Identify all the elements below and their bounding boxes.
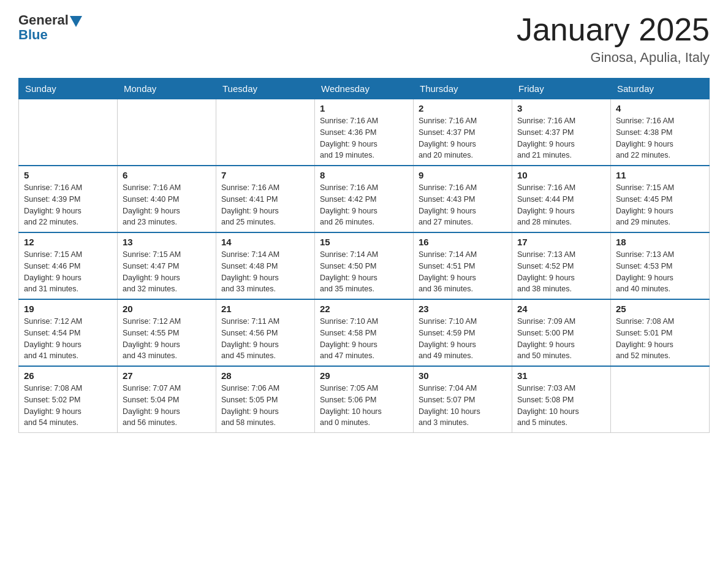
weekday-header-friday: Friday (512, 79, 611, 99)
day-info: Sunrise: 7:09 AMSunset: 5:00 PMDaylight:… (517, 316, 605, 362)
day-number: 24 (517, 304, 605, 314)
day-info: Sunrise: 7:13 AMSunset: 4:52 PMDaylight:… (517, 249, 605, 295)
calendar-cell (216, 99, 315, 166)
day-number: 21 (221, 304, 309, 314)
day-number: 4 (616, 103, 704, 113)
weekday-header-wednesday: Wednesday (315, 79, 414, 99)
day-number: 7 (221, 170, 309, 180)
day-info: Sunrise: 7:16 AMSunset: 4:43 PMDaylight:… (419, 182, 507, 228)
calendar-cell: 20Sunrise: 7:12 AMSunset: 4:55 PMDayligh… (118, 299, 216, 366)
day-number: 3 (517, 103, 605, 113)
day-number: 20 (123, 304, 211, 314)
day-info: Sunrise: 7:07 AMSunset: 5:04 PMDaylight:… (123, 383, 211, 429)
calendar-cell: 29Sunrise: 7:05 AMSunset: 5:06 PMDayligh… (315, 366, 414, 433)
day-info: Sunrise: 7:13 AMSunset: 4:53 PMDaylight:… (616, 249, 704, 295)
weekday-header-thursday: Thursday (414, 79, 512, 99)
day-number: 22 (320, 304, 408, 314)
day-info: Sunrise: 7:15 AMSunset: 4:46 PMDaylight:… (24, 249, 112, 295)
calendar-cell: 2Sunrise: 7:16 AMSunset: 4:37 PMDaylight… (414, 99, 512, 166)
day-info: Sunrise: 7:08 AMSunset: 5:02 PMDaylight:… (24, 383, 112, 429)
weekday-header-monday: Monday (118, 79, 216, 99)
calendar-cell: 27Sunrise: 7:07 AMSunset: 5:04 PMDayligh… (118, 366, 216, 433)
calendar-cell: 19Sunrise: 7:12 AMSunset: 4:54 PMDayligh… (19, 299, 118, 366)
weekday-header-tuesday: Tuesday (216, 79, 315, 99)
calendar-cell: 10Sunrise: 7:16 AMSunset: 4:44 PMDayligh… (512, 166, 611, 232)
calendar-cell: 28Sunrise: 7:06 AMSunset: 5:05 PMDayligh… (216, 366, 315, 433)
calendar-cell: 25Sunrise: 7:08 AMSunset: 5:01 PMDayligh… (611, 299, 710, 366)
calendar-cell (611, 366, 710, 433)
day-info: Sunrise: 7:11 AMSunset: 4:56 PMDaylight:… (221, 316, 309, 362)
day-number: 29 (320, 370, 408, 381)
calendar-week-row: 5Sunrise: 7:16 AMSunset: 4:39 PMDaylight… (19, 166, 710, 232)
day-number: 1 (320, 103, 408, 113)
calendar-week-row: 12Sunrise: 7:15 AMSunset: 4:46 PMDayligh… (19, 232, 710, 299)
logo: General Blue (18, 12, 82, 43)
calendar-cell: 17Sunrise: 7:13 AMSunset: 4:52 PMDayligh… (512, 232, 611, 299)
day-number: 13 (123, 237, 211, 247)
calendar-cell: 1Sunrise: 7:16 AMSunset: 4:36 PMDaylight… (315, 99, 414, 166)
calendar-cell: 21Sunrise: 7:11 AMSunset: 4:56 PMDayligh… (216, 299, 315, 366)
day-number: 15 (320, 237, 408, 247)
day-number: 18 (616, 237, 704, 247)
logo-blue-text: Blue (18, 27, 48, 43)
day-info: Sunrise: 7:10 AMSunset: 4:59 PMDaylight:… (419, 316, 507, 362)
day-number: 9 (419, 170, 507, 180)
day-number: 17 (517, 237, 605, 247)
calendar-cell: 7Sunrise: 7:16 AMSunset: 4:41 PMDaylight… (216, 166, 315, 232)
day-info: Sunrise: 7:16 AMSunset: 4:36 PMDaylight:… (320, 115, 408, 161)
calendar-cell: 24Sunrise: 7:09 AMSunset: 5:00 PMDayligh… (512, 299, 611, 366)
calendar-cell (118, 99, 216, 166)
day-number: 16 (419, 237, 507, 247)
day-info: Sunrise: 7:10 AMSunset: 4:58 PMDaylight:… (320, 316, 408, 362)
day-number: 25 (616, 304, 704, 314)
day-info: Sunrise: 7:16 AMSunset: 4:37 PMDaylight:… (419, 115, 507, 161)
day-number: 6 (123, 170, 211, 180)
day-number: 19 (24, 304, 112, 314)
day-number: 5 (24, 170, 112, 180)
day-number: 11 (616, 170, 704, 180)
day-info: Sunrise: 7:14 AMSunset: 4:48 PMDaylight:… (221, 249, 309, 295)
calendar-cell: 22Sunrise: 7:10 AMSunset: 4:58 PMDayligh… (315, 299, 414, 366)
calendar-cell: 14Sunrise: 7:14 AMSunset: 4:48 PMDayligh… (216, 232, 315, 299)
day-number: 8 (320, 170, 408, 180)
day-info: Sunrise: 7:12 AMSunset: 4:55 PMDaylight:… (123, 316, 211, 362)
calendar-cell: 8Sunrise: 7:16 AMSunset: 4:42 PMDaylight… (315, 166, 414, 232)
day-info: Sunrise: 7:14 AMSunset: 4:51 PMDaylight:… (419, 249, 507, 295)
calendar-cell: 12Sunrise: 7:15 AMSunset: 4:46 PMDayligh… (19, 232, 118, 299)
calendar-cell (19, 99, 118, 166)
calendar-cell: 26Sunrise: 7:08 AMSunset: 5:02 PMDayligh… (19, 366, 118, 433)
day-info: Sunrise: 7:16 AMSunset: 4:39 PMDaylight:… (24, 182, 112, 228)
logo-triangle-icon (70, 16, 82, 27)
day-number: 30 (419, 370, 507, 381)
calendar-cell: 9Sunrise: 7:16 AMSunset: 4:43 PMDaylight… (414, 166, 512, 232)
day-number: 26 (24, 370, 112, 381)
day-info: Sunrise: 7:06 AMSunset: 5:05 PMDaylight:… (221, 383, 309, 429)
day-info: Sunrise: 7:14 AMSunset: 4:50 PMDaylight:… (320, 249, 408, 295)
day-info: Sunrise: 7:16 AMSunset: 4:38 PMDaylight:… (616, 115, 704, 161)
weekday-header-row: SundayMondayTuesdayWednesdayThursdayFrid… (19, 79, 710, 99)
day-number: 23 (419, 304, 507, 314)
day-number: 28 (221, 370, 309, 381)
day-info: Sunrise: 7:16 AMSunset: 4:37 PMDaylight:… (517, 115, 605, 161)
calendar-cell: 18Sunrise: 7:13 AMSunset: 4:53 PMDayligh… (611, 232, 710, 299)
day-info: Sunrise: 7:15 AMSunset: 4:47 PMDaylight:… (123, 249, 211, 295)
calendar-cell: 4Sunrise: 7:16 AMSunset: 4:38 PMDaylight… (611, 99, 710, 166)
calendar-cell: 6Sunrise: 7:16 AMSunset: 4:40 PMDaylight… (118, 166, 216, 232)
day-number: 27 (123, 370, 211, 381)
calendar-cell: 13Sunrise: 7:15 AMSunset: 4:47 PMDayligh… (118, 232, 216, 299)
calendar-cell: 23Sunrise: 7:10 AMSunset: 4:59 PMDayligh… (414, 299, 512, 366)
day-info: Sunrise: 7:16 AMSunset: 4:44 PMDaylight:… (517, 182, 605, 228)
day-info: Sunrise: 7:04 AMSunset: 5:07 PMDaylight:… (419, 383, 507, 429)
calendar-week-row: 1Sunrise: 7:16 AMSunset: 4:36 PMDaylight… (19, 99, 710, 166)
day-number: 10 (517, 170, 605, 180)
day-number: 14 (221, 237, 309, 247)
day-info: Sunrise: 7:16 AMSunset: 4:42 PMDaylight:… (320, 182, 408, 228)
day-info: Sunrise: 7:16 AMSunset: 4:40 PMDaylight:… (123, 182, 211, 228)
day-info: Sunrise: 7:03 AMSunset: 5:08 PMDaylight:… (517, 383, 605, 429)
calendar-cell: 3Sunrise: 7:16 AMSunset: 4:37 PMDaylight… (512, 99, 611, 166)
calendar-cell: 11Sunrise: 7:15 AMSunset: 4:45 PMDayligh… (611, 166, 710, 232)
title-section: January 2025 Ginosa, Apulia, Italy (517, 12, 710, 66)
calendar-cell: 31Sunrise: 7:03 AMSunset: 5:08 PMDayligh… (512, 366, 611, 433)
calendar-week-row: 19Sunrise: 7:12 AMSunset: 4:54 PMDayligh… (19, 299, 710, 366)
day-number: 12 (24, 237, 112, 247)
